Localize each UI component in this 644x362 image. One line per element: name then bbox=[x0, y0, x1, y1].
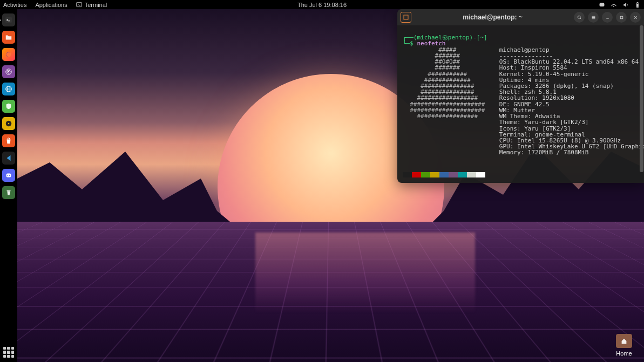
dock-app-blue[interactable] bbox=[2, 83, 15, 95]
terminal-body[interactable]: ┌──(michael㉿pentop)-[~] └─$ neofetch ###… bbox=[397, 25, 644, 183]
shopping-bag-icon bbox=[5, 137, 12, 145]
volume-icon[interactable] bbox=[622, 2, 629, 8]
new-tab-icon bbox=[403, 15, 409, 20]
svg-rect-5 bbox=[637, 2, 638, 3]
terminal-window: michael@pentop: ~ ┌──(michael㉿pentop)-[~… bbox=[397, 9, 644, 183]
search-button[interactable] bbox=[574, 12, 585, 23]
terminal-icon bbox=[5, 16, 12, 24]
svg-rect-7 bbox=[5, 17, 12, 23]
show-apps-button[interactable] bbox=[3, 347, 14, 358]
svg-rect-29 bbox=[620, 16, 623, 19]
svg-rect-2 bbox=[600, 3, 605, 6]
top-panel: Activities Applications Terminal Thu Jul… bbox=[0, 0, 644, 9]
shield-icon bbox=[5, 103, 12, 110]
svg-rect-18 bbox=[6, 174, 11, 177]
hamburger-icon bbox=[591, 15, 596, 20]
dock-firefox[interactable] bbox=[2, 48, 15, 61]
terminal-scrollbar[interactable] bbox=[640, 25, 643, 183]
hamburger-menu-button[interactable] bbox=[588, 12, 599, 23]
activities-button[interactable]: Activities bbox=[3, 2, 26, 8]
svg-point-3 bbox=[613, 6, 614, 7]
dock-trash[interactable] bbox=[2, 186, 15, 199]
dock-files[interactable] bbox=[2, 31, 15, 44]
home-folder-icon bbox=[616, 334, 632, 348]
svg-rect-22 bbox=[404, 15, 408, 19]
window-title: michael@pentop: ~ bbox=[415, 13, 571, 21]
maximize-button[interactable] bbox=[616, 12, 627, 23]
firefox-icon bbox=[5, 51, 12, 58]
trash-icon bbox=[5, 189, 12, 196]
close-button[interactable] bbox=[630, 12, 641, 23]
close-icon bbox=[633, 15, 638, 20]
discord-icon bbox=[5, 172, 12, 179]
svg-point-20 bbox=[9, 175, 10, 176]
dock-vscode[interactable] bbox=[2, 152, 15, 165]
dock-tor[interactable] bbox=[2, 65, 15, 78]
dock-app-green[interactable] bbox=[2, 100, 15, 113]
window-titlebar: michael@pentop: ~ bbox=[397, 9, 644, 25]
terminal-icon bbox=[76, 2, 82, 8]
dock-software[interactable] bbox=[2, 134, 15, 147]
svg-point-19 bbox=[7, 175, 8, 176]
new-tab-button[interactable] bbox=[401, 12, 411, 23]
svg-point-12 bbox=[8, 71, 9, 72]
clock[interactable]: Thu Jul 6 19:08:16 bbox=[297, 2, 347, 8]
dock-app-yellow[interactable] bbox=[2, 117, 15, 130]
globe-icon bbox=[5, 85, 12, 93]
applications-menu[interactable]: Applications bbox=[35, 2, 67, 8]
maximize-icon bbox=[619, 15, 624, 20]
desktop-home-label: Home bbox=[612, 350, 636, 357]
dock-terminal[interactable] bbox=[2, 13, 15, 26]
tray-discord-icon[interactable] bbox=[599, 2, 605, 8]
minimize-button[interactable] bbox=[602, 12, 613, 23]
vscode-icon bbox=[5, 154, 12, 162]
onion-icon bbox=[5, 68, 12, 76]
dock bbox=[0, 9, 17, 362]
folder-icon bbox=[5, 33, 12, 41]
focused-app-indicator[interactable]: Terminal bbox=[76, 2, 107, 8]
network-icon[interactable] bbox=[611, 2, 617, 8]
scrollbar-thumb[interactable] bbox=[640, 25, 643, 172]
battery-icon[interactable] bbox=[634, 2, 641, 8]
color-palette bbox=[403, 172, 639, 177]
svg-rect-6 bbox=[637, 3, 639, 6]
focused-app-name: Terminal bbox=[85, 2, 107, 8]
minimize-icon bbox=[605, 15, 610, 20]
svg-point-23 bbox=[578, 16, 580, 18]
svg-line-24 bbox=[580, 18, 581, 19]
svg-rect-0 bbox=[76, 2, 82, 6]
search-icon bbox=[577, 15, 582, 20]
svg-point-17 bbox=[8, 123, 10, 125]
dock-discord[interactable] bbox=[2, 169, 15, 182]
music-icon bbox=[5, 120, 12, 127]
svg-rect-21 bbox=[7, 190, 11, 191]
desktop-home-folder[interactable]: Home bbox=[612, 334, 636, 357]
